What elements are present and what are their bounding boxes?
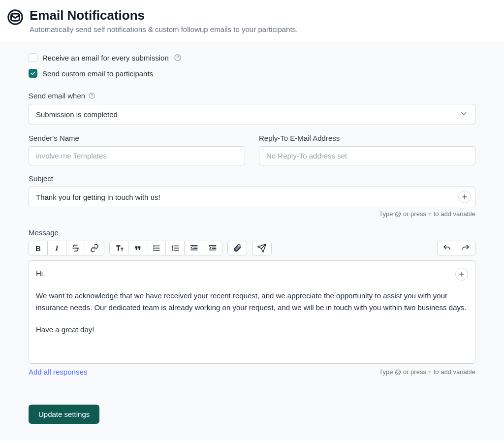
editor-toolbar: B I [29,241,475,255]
message-line: Have a great day! [36,324,468,335]
page-subtitle: Automatically send self notifications & … [30,25,298,33]
mail-icon [7,9,24,28]
subject-hint: Type @ or press + to add variable [29,210,475,218]
form-area: Receive an email for every submission Se… [0,41,504,440]
bold-button[interactable]: B [29,241,48,255]
subject-label: Subject [29,174,475,183]
add-variable-button[interactable] [458,190,471,203]
custom-email-label: Send custom email to participants [42,69,153,78]
send-when-select[interactable]: Submission is completed [29,104,475,125]
sender-name-input[interactable]: involve.me Templates [29,146,245,165]
svg-point-2 [177,59,178,60]
page-header: Email Notifications Automatically send s… [0,0,504,41]
page-title: Email Notifications [30,8,298,23]
help-icon[interactable] [174,54,182,62]
add-variable-button[interactable] [455,268,468,281]
message-line: We want to acknowledge that we have rece… [36,290,468,313]
chevron-down-icon [459,109,468,120]
send-test-button[interactable] [252,241,271,255]
subject-input[interactable]: Thank you for getting in touch with us! [29,187,475,207]
message-label: Message [29,228,475,237]
update-settings-button[interactable]: Update settings [29,405,99,424]
attachment-button[interactable] [228,241,247,255]
sender-name-label: Sender's Name [29,134,245,142]
subject-value: Thank you for getting in touch with us! [36,193,458,201]
svg-point-12 [154,248,155,249]
indent-button[interactable] [203,241,222,255]
custom-email-checkbox[interactable] [29,69,37,78]
ordered-list-button[interactable] [166,241,185,255]
svg-point-11 [154,246,155,247]
message-line: Hi, [36,268,468,279]
outdent-button[interactable] [185,241,203,255]
svg-point-13 [154,250,155,251]
message-hint: Type @ or press + to add variable [379,368,475,376]
redo-button[interactable] [456,241,475,255]
send-when-label: Send email when [29,92,85,100]
reply-to-label: Reply-To E-Mail Address [259,134,475,142]
svg-point-4 [92,97,92,97]
link-button[interactable] [85,241,104,255]
message-editor[interactable]: Hi, We want to acknowledge that we have … [29,260,475,364]
undo-button[interactable] [438,241,456,255]
bullet-list-button[interactable] [147,241,166,255]
quote-button[interactable] [128,241,147,255]
send-when-value: Submission is completed [36,110,118,119]
add-all-responses-link[interactable]: Add all responses [29,368,87,376]
text-size-button[interactable] [110,241,128,255]
receive-email-label: Receive an email for every submission [42,54,169,62]
help-icon[interactable] [88,92,95,99]
receive-email-checkbox[interactable] [29,53,37,62]
strikethrough-button[interactable] [66,241,85,255]
reply-to-input[interactable]: No Reply-To address set [259,146,475,165]
italic-button[interactable]: I [48,241,66,255]
